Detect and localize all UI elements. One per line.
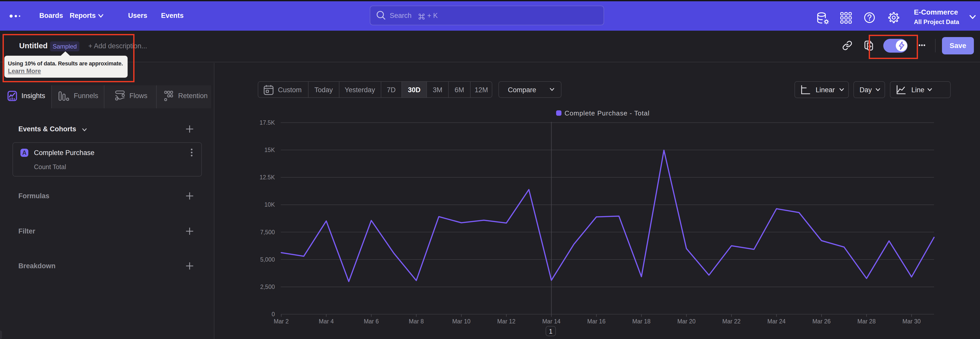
svg-text:Mar 6: Mar 6 [364, 318, 379, 325]
svg-text:Mar 20: Mar 20 [677, 318, 696, 325]
svg-text:Mar 26: Mar 26 [812, 318, 831, 325]
svg-text:Mar 8: Mar 8 [409, 318, 424, 325]
svg-text:15K: 15K [264, 147, 275, 153]
svg-text:12.5K: 12.5K [259, 174, 275, 181]
svg-text:Mar 28: Mar 28 [858, 318, 876, 325]
svg-text:Mar 14: Mar 14 [542, 318, 561, 325]
svg-text:Mar 24: Mar 24 [767, 318, 786, 325]
svg-text:Mar 2: Mar 2 [274, 318, 289, 325]
svg-text:Mar 16: Mar 16 [587, 318, 606, 325]
svg-text:0: 0 [272, 311, 275, 318]
svg-text:7,500: 7,500 [260, 229, 275, 235]
svg-text:Mar 12: Mar 12 [497, 318, 515, 325]
svg-text:Mar 30: Mar 30 [902, 318, 921, 325]
svg-text:Mar 22: Mar 22 [722, 318, 741, 325]
svg-text:Mar 10: Mar 10 [452, 318, 471, 325]
svg-text:17.5K: 17.5K [259, 119, 275, 126]
svg-text:Mar 18: Mar 18 [632, 318, 651, 325]
svg-text:Mar 4: Mar 4 [319, 318, 334, 325]
svg-text:2,500: 2,500 [260, 283, 275, 290]
svg-text:10K: 10K [264, 201, 275, 208]
svg-text:5,000: 5,000 [260, 256, 275, 263]
